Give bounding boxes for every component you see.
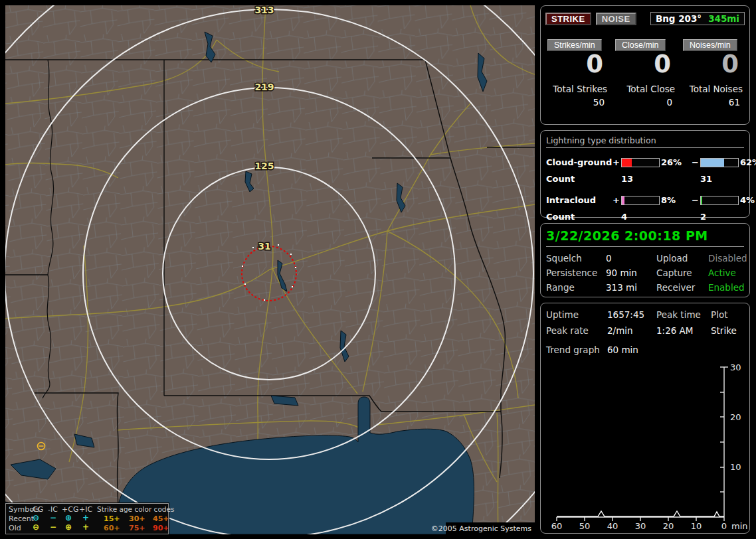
- receiver-label: Receiver: [656, 282, 708, 293]
- noise-button[interactable]: NOISE: [596, 13, 636, 25]
- recent-pos-ic-icon: +: [82, 514, 89, 522]
- ring-label-31: 31: [258, 241, 270, 252]
- capture-label: Capture: [656, 268, 708, 278]
- y-tick-30: 30: [730, 363, 741, 372]
- distribution-panel: Lightning type distribution Cloud-ground…: [540, 130, 750, 218]
- total-noises-value: 61: [679, 97, 747, 108]
- distribution-title: Lightning type distribution: [546, 135, 744, 148]
- plus-sign: +: [613, 157, 621, 167]
- peak-rate-label: Peak rate: [546, 325, 607, 336]
- legend-age-title: Strike age color codes: [97, 505, 174, 514]
- uptime-value: 1657:45: [607, 309, 656, 320]
- cloud-ground-label: Cloud-ground: [546, 157, 613, 167]
- peak-time-label: Peak time: [656, 309, 711, 320]
- upload-status: Disabled: [708, 253, 747, 264]
- close-per-min-value: 0: [611, 52, 679, 78]
- total-close-label: Total Close: [611, 84, 679, 94]
- lightning-map[interactable]: 313 219 125 31 ©2005 Astrogenic Systems: [5, 5, 535, 534]
- y-tick-10: 10: [730, 462, 741, 472]
- age-15: 15+: [104, 514, 120, 523]
- capture-status: Active: [708, 268, 747, 278]
- x-tick-10: 10: [691, 521, 702, 530]
- bearing-range: 345mi: [708, 13, 739, 24]
- range-value: 313 mi: [606, 282, 656, 293]
- bearing-value: Bng 203°: [656, 13, 702, 24]
- pos-ic-bar: [621, 196, 660, 205]
- legend-old-label: Old: [9, 524, 21, 532]
- recent-neg-ic-icon: −: [50, 514, 56, 522]
- trend-graph-label: Trend graph: [546, 345, 607, 355]
- datetime-display: 3/22/2026 2:00:18 PM: [546, 228, 744, 247]
- copyright-text: ©2005 Astrogenic Systems: [431, 524, 531, 533]
- noises-per-min-value: 0: [679, 52, 747, 78]
- squelch-value: 0: [606, 253, 656, 264]
- old-pos-cg-icon: ⊕: [65, 523, 72, 532]
- upload-label: Upload: [656, 253, 708, 264]
- pos-cg-pct: 26%: [661, 157, 692, 167]
- pos-cg-bar: [621, 158, 660, 167]
- trend-line: [557, 511, 724, 516]
- strike-button[interactable]: STRIKE: [545, 13, 591, 25]
- neg-ic-count: 2: [700, 212, 706, 222]
- counters-panel: STRIKE NOISE Bng 203°345mi Strikes/min C…: [540, 5, 750, 125]
- recent-neg-cg-icon: ⊖: [33, 514, 39, 522]
- recent-pos-cg-icon: ⊕: [65, 514, 72, 522]
- receiver-status: Enabled: [708, 282, 747, 293]
- cloud-ground-count-row: Count 13 31: [546, 171, 744, 187]
- peak-time-value: 1:26 AM: [656, 325, 711, 336]
- x-axis-unit: min: [731, 521, 748, 530]
- total-noises-label: Total Noises: [679, 84, 747, 94]
- trend-chart: 30 20 10 60 50 40 30 20 10 0 min: [543, 363, 748, 530]
- age-60: 60+: [104, 524, 120, 532]
- plus-sign: +: [613, 195, 621, 205]
- neg-cg-pct: 62%: [740, 157, 756, 167]
- squelch-label: Squelch: [546, 253, 606, 264]
- trend-graph-value: 60 min: [607, 345, 744, 355]
- old-neg-ic-icon: −: [50, 523, 56, 532]
- age-90: 90+: [153, 524, 169, 532]
- status-panel: 3/22/2026 2:00:18 PM Squelch 0 Upload Di…: [540, 223, 750, 297]
- x-tick-20: 20: [663, 521, 674, 530]
- ring-label-313: 313: [254, 5, 274, 15]
- pos-cg-count: 13: [621, 174, 633, 184]
- neg-ic-bar: [700, 196, 739, 205]
- neg-ic-pct: 4%: [740, 195, 755, 205]
- age-75: 75+: [129, 524, 145, 532]
- intracloud-row: Intracloud + 8% − 4%: [546, 192, 744, 208]
- bearing-display: Bng 203°345mi: [650, 12, 745, 25]
- persistence-value: 90 min: [606, 268, 656, 278]
- cloud-ground-row: Cloud-ground + 26% − 62%: [546, 154, 744, 171]
- ring-label-125: 125: [254, 161, 274, 171]
- age-30: 30+: [129, 514, 145, 523]
- intracloud-label: Intracloud: [546, 195, 613, 205]
- x-tick-30: 30: [635, 521, 646, 530]
- age-45: 45+: [153, 514, 169, 523]
- persistence-label: Persistence: [546, 268, 606, 278]
- x-tick-40: 40: [607, 521, 618, 530]
- range-label: Range: [546, 282, 606, 293]
- uptime-label: Uptime: [546, 309, 607, 320]
- total-strikes-value: 50: [543, 97, 611, 108]
- plot-value: Strike: [711, 325, 744, 336]
- neg-cg-bar: [700, 158, 739, 167]
- total-strikes-label: Total Strikes: [543, 84, 611, 94]
- y-tick-20: 20: [730, 412, 741, 422]
- legend-recent-label: Recent: [9, 514, 34, 523]
- neg-cg-count: 31: [700, 174, 712, 184]
- symbol-legend: Symbols -CG -IC +CG +IC Strike age color…: [5, 503, 169, 534]
- plot-label: Plot: [711, 309, 744, 320]
- minus-sign: −: [692, 157, 700, 167]
- x-tick-0: 0: [721, 521, 727, 530]
- count-label: Count: [546, 212, 613, 222]
- x-tick-50: 50: [579, 521, 591, 530]
- pos-ic-count: 4: [621, 212, 627, 222]
- old-pos-ic-icon: +: [82, 523, 89, 532]
- pos-ic-pct: 8%: [661, 195, 692, 205]
- count-label: Count: [546, 174, 613, 184]
- minus-sign: −: [692, 195, 700, 205]
- strikes-per-min-value: 0: [543, 52, 611, 78]
- x-tick-60: 60: [551, 521, 563, 530]
- session-panel: Uptime 1657:45 Peak time Plot Peak rate …: [540, 303, 750, 534]
- ring-label-219: 219: [254, 82, 274, 92]
- old-neg-cg-icon: ⊖: [33, 523, 39, 532]
